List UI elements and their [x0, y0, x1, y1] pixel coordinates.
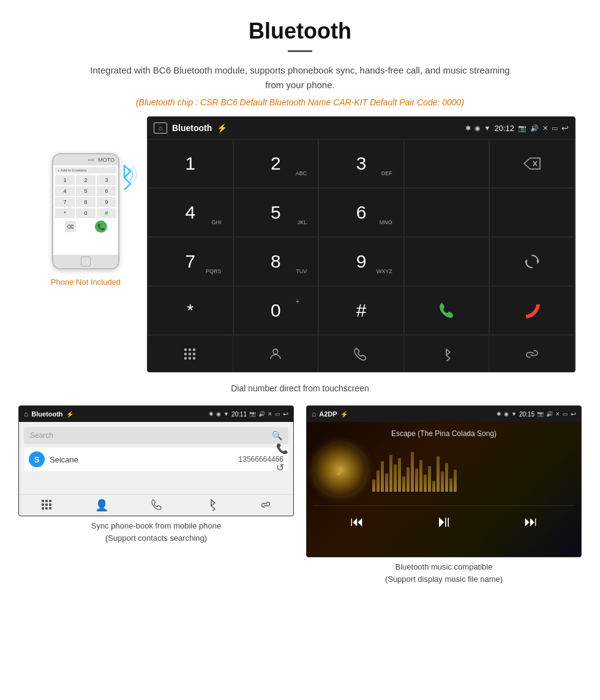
- music-back-icon[interactable]: ↩: [571, 410, 576, 418]
- dial-tab-link[interactable]: [489, 336, 575, 372]
- mini-keypad: 1 2 3 4 5 6 7 8 9 * 0 #: [55, 175, 116, 218]
- phonebook-search-bar[interactable]: Search 🔍: [24, 427, 288, 444]
- key-2[interactable]: 2: [76, 175, 96, 185]
- contact-row[interactable]: S Seicane 13566664466: [24, 448, 288, 471]
- dial-tab-keypad[interactable]: [148, 336, 233, 372]
- dial-tab-bluetooth[interactable]: [404, 336, 490, 372]
- dial-key-2[interactable]: 2 ABC: [233, 139, 319, 188]
- svg-rect-9: [193, 353, 195, 355]
- pb-signal-icon: ▼: [223, 411, 229, 417]
- key-6-sub: MNO: [380, 219, 392, 225]
- dial-row-4: * 0 + #: [148, 286, 575, 335]
- key-9[interactable]: 9: [97, 197, 116, 207]
- status-bar-left: ⌂ Bluetooth ⚡: [154, 122, 227, 134]
- pb-tab-bt[interactable]: [205, 499, 217, 512]
- back-icon[interactable]: ↩: [561, 123, 569, 133]
- key-7[interactable]: 7: [55, 197, 75, 207]
- signal-icon: ▼: [484, 124, 491, 132]
- dial-refresh[interactable]: [489, 237, 575, 286]
- phone-area: ●●● MOTO + Add to Contacts 1 2 3 4 5 6: [24, 116, 147, 287]
- key-5[interactable]: 5: [76, 186, 96, 196]
- dial-key-1[interactable]: 1: [148, 139, 233, 188]
- music-bt-icon: ✱: [497, 411, 501, 417]
- bottom-section: ⌂ Bluetooth ⚡ ✱ ◉ ▼ 20:11 📷 🔊 ✕ ▭ ↩: [18, 405, 582, 585]
- key-4-sub: GHI: [212, 219, 222, 225]
- key-star[interactable]: *: [55, 208, 75, 218]
- key-8[interactable]: 8: [76, 197, 96, 207]
- music-signal-icon: ▼: [511, 411, 517, 417]
- key-0[interactable]: 0: [76, 208, 96, 218]
- search-placeholder: Search: [30, 431, 53, 440]
- pb-status-left: ⌂ Bluetooth ⚡: [24, 410, 73, 418]
- phone-call-button[interactable]: 📞: [95, 220, 107, 233]
- prev-track-button[interactable]: ⏮: [350, 514, 364, 530]
- main-content: ●●● MOTO + Add to Contacts 1 2 3 4 5 6: [0, 116, 600, 591]
- key-1[interactable]: 1: [55, 175, 75, 185]
- vis-bar-20: [454, 470, 457, 492]
- pb-tab-person[interactable]: 👤: [95, 499, 108, 512]
- svg-rect-11: [189, 357, 191, 359]
- next-track-button[interactable]: ⏭: [524, 514, 538, 530]
- key-3[interactable]: 3: [97, 175, 116, 185]
- pb-cam-icon: 📷: [249, 411, 256, 417]
- top-section: ●●● MOTO + Add to Contacts 1 2 3 4 5 6: [18, 116, 582, 372]
- dial-key-6[interactable]: 6 MNO: [318, 188, 404, 237]
- pb-tab-link[interactable]: [260, 499, 272, 512]
- dial-key-5[interactable]: 5 JKL: [233, 188, 319, 237]
- vis-bar-18: [445, 463, 448, 492]
- phonebook-screenshot: ⌂ Bluetooth ⚡ ✱ ◉ ▼ 20:11 📷 🔊 ✕ ▭ ↩: [18, 405, 294, 516]
- pb-back-icon[interactable]: ↩: [283, 410, 288, 418]
- dial-key-9[interactable]: 9 WXYZ: [318, 237, 404, 286]
- vis-bar-17: [441, 472, 444, 492]
- vis-bar-11: [415, 469, 418, 492]
- bluetooth-tab-icon: [439, 347, 454, 361]
- search-icon[interactable]: 🔍: [272, 431, 282, 440]
- dial-tab-contacts[interactable]: [233, 336, 319, 372]
- dial-key-3[interactable]: 3 DEF: [318, 139, 404, 188]
- music-caption: Bluetooth music compatible (Support disp…: [385, 561, 503, 585]
- key-hash[interactable]: #: [97, 208, 116, 218]
- phone-delete-btn[interactable]: ⌫: [65, 221, 76, 232]
- pb-tab-keypad[interactable]: [40, 499, 53, 512]
- dial-key-star[interactable]: *: [148, 286, 233, 335]
- dial-screenshot: ⌂ Bluetooth ⚡ ✱ ◉ ▼ 20:12 📷 🔊 ✕ ▭ ↩: [147, 116, 576, 372]
- phonebook-bottom-tabs: 👤: [19, 494, 293, 516]
- dial-backspace[interactable]: [489, 139, 575, 188]
- dial-tab-phone[interactable]: [318, 336, 404, 372]
- call-icon: [437, 301, 457, 320]
- music-home-icon[interactable]: ⌂: [312, 410, 316, 418]
- end-call-icon: [521, 301, 543, 320]
- phone-with-signal: ●●● MOTO + Add to Contacts 1 2 3 4 5 6: [52, 153, 119, 269]
- phone-call-row: ⌫ 📞: [55, 220, 116, 233]
- key-4[interactable]: 4: [55, 186, 75, 196]
- dial-key-4[interactable]: 4 GHI: [148, 188, 233, 237]
- header-specs: (Bluetooth chip : CSR BC6 Default Blueto…: [12, 97, 588, 107]
- side-refresh-icon[interactable]: ↺: [276, 462, 288, 473]
- home-icon[interactable]: ⌂: [154, 122, 167, 134]
- contact-name: Seicane: [50, 455, 239, 464]
- phone-not-included-label: Phone Not Included: [51, 277, 121, 287]
- svg-rect-21: [49, 503, 51, 506]
- dial-call-button[interactable]: [404, 286, 490, 335]
- key-7-sub: PQRS: [206, 268, 222, 274]
- phone-tab-icon: [353, 347, 368, 361]
- pb-bt-tab-icon: [205, 499, 217, 511]
- play-pause-button[interactable]: ⏯: [436, 512, 452, 531]
- side-call-icon[interactable]: 📞: [276, 443, 288, 454]
- dial-key-7[interactable]: 7 PQRS: [148, 237, 233, 286]
- music-vol-icon: 🔊: [546, 411, 553, 417]
- phonebook-content: Search 🔍 S Seicane 13566664466 📞: [19, 422, 293, 494]
- header-divider: [288, 50, 312, 52]
- pb-tab-phone[interactable]: [151, 499, 163, 512]
- phone-home-button[interactable]: [81, 257, 91, 266]
- pb-home-icon[interactable]: ⌂: [24, 410, 28, 418]
- pb-link-icon: [260, 499, 272, 511]
- dial-status-bar: ⌂ Bluetooth ⚡ ✱ ◉ ▼ 20:12 📷 🔊 ✕ ▭ ↩: [148, 117, 575, 139]
- dial-key-8[interactable]: 8 TUV: [233, 237, 319, 286]
- dial-row-3: 7 PQRS 8 TUV 9 WXYZ: [148, 237, 575, 286]
- dial-end-button[interactable]: [489, 286, 575, 335]
- dial-key-0[interactable]: 0 +: [233, 286, 319, 335]
- vis-bar-8: [402, 476, 405, 492]
- key-6[interactable]: 6: [97, 186, 116, 196]
- dial-key-hash[interactable]: #: [318, 286, 404, 335]
